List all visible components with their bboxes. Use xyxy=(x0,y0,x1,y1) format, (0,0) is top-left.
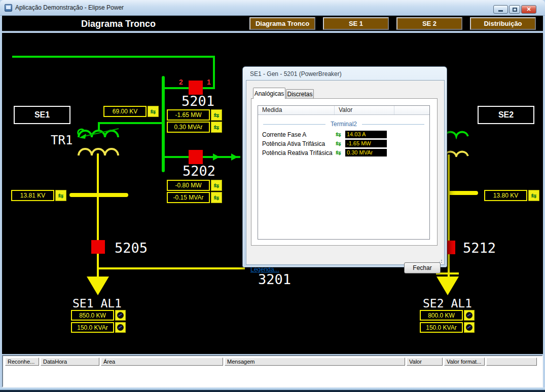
close-button[interactable]: ✕ xyxy=(521,5,536,14)
measurement-kw-se2-al1[interactable]: 800.0 KW xyxy=(420,310,475,321)
nav-button-distribuicao[interactable]: Distribuição xyxy=(470,17,536,30)
se2-lv-busbar xyxy=(448,191,478,195)
breaker-5202[interactable] xyxy=(189,150,203,164)
measurement-mvar-5202[interactable]: -0.15 MVAr ⇆ xyxy=(167,192,222,203)
se2-box[interactable]: SE2 xyxy=(478,106,534,124)
fechar-button[interactable]: Fechar xyxy=(404,262,441,273)
measurement-value: 13.80 KV xyxy=(484,190,527,201)
measurement-value: 0.30 MVAr xyxy=(167,122,210,133)
maximize-icon xyxy=(513,8,517,12)
alarm-column-extra[interactable] xyxy=(486,358,537,366)
app-window: Aplicação Demonstração - Elipse Power ✕ … xyxy=(0,0,545,392)
se1-load-arrow-icon xyxy=(87,277,109,295)
tr1-lv-winding-icon xyxy=(75,143,122,158)
nav-button-se2[interactable]: SE 2 xyxy=(396,17,462,30)
measurement-kv-69[interactable]: 69.00 KV ⇆ xyxy=(103,106,159,117)
row-valor: -1.65 MW xyxy=(345,140,387,147)
measurements-grid[interactable]: Medida Valor Terminal2 Corrente Fase A ⇆… xyxy=(258,105,430,240)
alarm-list[interactable]: Reconhe... DataHora Área Mensagem Valor … xyxy=(2,355,543,387)
breaker-5202-label: 5202 xyxy=(183,164,215,178)
minimize-icon xyxy=(498,10,503,12)
measurement-value: 150.0 KVAr xyxy=(71,322,114,333)
grid-header: Medida Valor xyxy=(258,106,429,115)
measurement-kv-se2[interactable]: 13.80 KV ⇆ xyxy=(484,190,539,201)
measurement-value: 150.0 KVAr xyxy=(420,322,463,333)
se2-feeder-label: SE2_AL1 xyxy=(423,298,472,309)
line-3201-left xyxy=(98,267,245,269)
transfer-arrows-icon[interactable]: ⇆ xyxy=(211,122,222,133)
row-medida: Potência Reativa Trifásica xyxy=(262,149,333,156)
measurement-value: -0.15 MVAr xyxy=(167,192,210,203)
alarm-column-area[interactable]: Área xyxy=(101,358,223,366)
breaker-5201-label: 5201 xyxy=(181,94,214,108)
breaker-5212-label: 5212 xyxy=(463,241,496,255)
transfer-arrows-icon[interactable]: ⇆ xyxy=(55,190,66,201)
measurement-value: -0.80 MW xyxy=(167,180,210,191)
se2-load-arrow-icon xyxy=(437,277,459,295)
alarm-column-reconhe[interactable]: Reconhe... xyxy=(5,358,39,366)
minimize-button[interactable] xyxy=(493,5,508,14)
measurement-value: 13.81 KV xyxy=(11,190,54,201)
nav-button-diagrama-tronco[interactable]: Diagrama Tronco xyxy=(249,17,315,30)
table-row: Potência Reativa Trifásica ⇆ 0.30 MVAr xyxy=(258,148,429,158)
trend-icon[interactable] xyxy=(464,310,475,321)
window-title: Aplicação Demonstração - Elipse Power xyxy=(15,4,124,11)
transfer-arrows-icon: ⇆ xyxy=(336,131,341,138)
maximize-button[interactable] xyxy=(509,5,520,14)
transfer-arrows-icon[interactable]: ⇆ xyxy=(211,192,222,203)
alarm-column-datahora[interactable]: DataHora xyxy=(41,358,99,366)
alarm-column-valor-format[interactable]: Valor format... xyxy=(444,358,485,366)
transfer-arrows-icon[interactable]: ⇆ xyxy=(211,109,222,121)
page-title: Diagrama Tronco xyxy=(81,19,156,29)
resize-grip[interactable] xyxy=(438,259,442,263)
close-icon: ✕ xyxy=(526,7,531,12)
measurement-kw-se1-al1[interactable]: 850.0 KW xyxy=(71,310,126,321)
trend-icon[interactable] xyxy=(464,322,475,333)
group-divider xyxy=(362,124,424,125)
breaker-5205[interactable] xyxy=(91,240,105,254)
se1-feeder-label: SE1_AL1 xyxy=(72,298,122,309)
hv-line-tr1 xyxy=(98,122,163,124)
flow-arrow-icon xyxy=(213,153,220,161)
powerbreaker-dialog: SE1 - Gen - 5201 (PowerBreaker) Analógic… xyxy=(242,66,447,267)
trend-icon[interactable] xyxy=(115,310,126,321)
transfer-arrows-icon[interactable]: ⇆ xyxy=(148,106,159,117)
terminal-2-label: 2 xyxy=(179,78,183,86)
transfer-arrows-icon[interactable]: ⇆ xyxy=(211,180,222,191)
hv-line-top xyxy=(12,56,214,58)
transfer-arrows-icon[interactable]: ⇆ xyxy=(528,190,539,201)
measurement-kv-se1[interactable]: 13.81 KV ⇆ xyxy=(11,190,66,201)
measurement-value: 850.0 KW xyxy=(71,310,114,321)
measurement-mvar-5201[interactable]: 0.30 MVAr ⇆ xyxy=(167,122,222,133)
se1-box[interactable]: SE1 xyxy=(14,106,70,124)
group-divider xyxy=(263,124,325,125)
column-header-valor[interactable]: Valor xyxy=(335,106,394,114)
trend-icon[interactable] xyxy=(115,322,126,333)
dialog-title: SE1 - Gen - 5201 (PowerBreaker) xyxy=(250,70,342,77)
alarm-column-mensagem[interactable]: Mensagem xyxy=(225,358,405,366)
se2-feeder-line xyxy=(448,154,450,277)
measurement-value: 800.0 KW xyxy=(420,310,463,321)
measurement-value: 69.00 KV xyxy=(103,106,147,117)
flow-arrow-icon xyxy=(231,153,238,161)
tr1-hv-winding-icon xyxy=(75,126,122,140)
breaker-5201[interactable] xyxy=(189,81,203,95)
alarm-column-valor[interactable]: Valor xyxy=(407,358,443,366)
tab-analogicas[interactable]: Analógicas xyxy=(253,88,285,99)
tab-discretas[interactable]: Discretas xyxy=(286,89,314,99)
measurement-kvar-se1-al1[interactable]: 150.0 KVAr xyxy=(71,322,126,333)
se1-lv-busbar xyxy=(69,193,128,197)
window-titlebar[interactable]: Aplicação Demonstração - Elipse Power ✕ xyxy=(0,0,545,16)
nav-button-se1[interactable]: SE 1 xyxy=(323,17,389,30)
legend-link[interactable]: Legenda... xyxy=(250,266,279,273)
breaker-5205-label: 5205 xyxy=(115,241,148,255)
measurement-mw-5202[interactable]: -0.80 MW ⇆ xyxy=(167,180,222,191)
measurement-kvar-se2-al1[interactable]: 150.0 KVAr xyxy=(420,322,475,333)
row-medida: Corrente Fase A xyxy=(262,131,306,138)
table-row: Corrente Fase A ⇆ 14.03 A xyxy=(258,130,429,139)
dialog-titlebar[interactable]: SE1 - Gen - 5201 (PowerBreaker) xyxy=(243,67,447,80)
column-header-medida[interactable]: Medida xyxy=(258,106,335,114)
group-label: Terminal2 xyxy=(331,121,357,128)
terminal-1-label: 1 xyxy=(207,78,211,86)
measurement-mw-5201[interactable]: -1.65 MW ⇆ xyxy=(167,109,222,121)
